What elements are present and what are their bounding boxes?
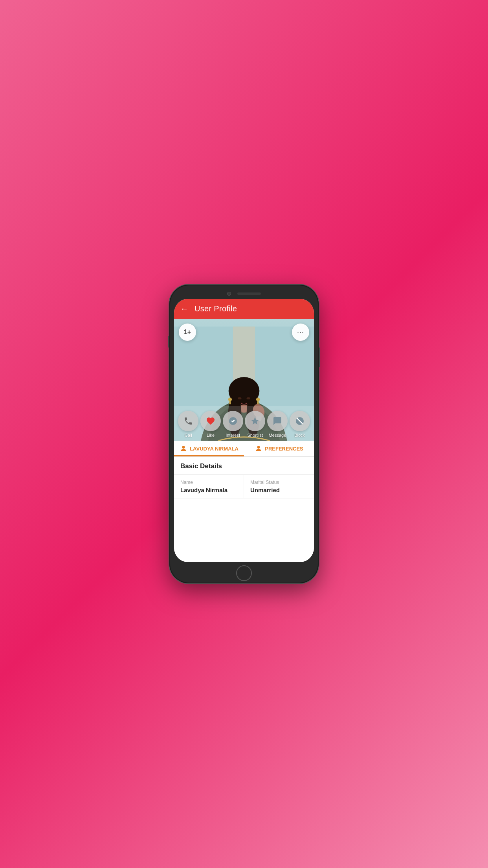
speaker <box>237 292 261 295</box>
name-cell: Name Lavudya Nirmala <box>174 475 244 498</box>
message-label: Message <box>269 433 286 438</box>
message-circle <box>267 411 288 431</box>
svg-point-9 <box>238 397 241 399</box>
svg-point-22 <box>257 446 260 449</box>
more-options-button[interactable]: ··· <box>292 324 309 341</box>
phone-frame: ← User Profile <box>169 285 319 583</box>
preferences-tab-label: PREFERENCES <box>265 446 303 452</box>
shortlist-icon <box>250 416 260 426</box>
name-value: Lavudya Nirmala <box>180 487 237 493</box>
like-circle <box>200 411 221 431</box>
tab-bar: LAVUDYA NIRMALA PREFERENCES <box>174 441 314 457</box>
section-title: Basic Details <box>180 462 308 470</box>
marital-status-label: Marital Status <box>250 480 308 485</box>
interest-label: Interest <box>226 433 240 438</box>
back-button[interactable]: ← <box>180 304 188 313</box>
call-label: Call <box>185 433 192 438</box>
profile-tab-label: LAVUDYA NIRMALA <box>190 446 238 452</box>
block-icon <box>295 416 305 426</box>
message-action[interactable]: Message <box>267 411 288 438</box>
block-label: Block <box>294 433 305 438</box>
basic-details-section: Basic Details <box>174 457 314 474</box>
svg-point-10 <box>247 397 250 399</box>
preferences-tab-icon <box>255 445 262 452</box>
photo-container: 1+ ··· Call <box>174 319 314 441</box>
power-button <box>319 348 320 367</box>
svg-rect-12 <box>229 401 231 404</box>
marital-status-value: Unmarried <box>250 487 308 493</box>
block-action[interactable]: Block <box>290 411 310 438</box>
profile-tab-icon <box>180 445 187 452</box>
action-bar: Call Like <box>174 406 314 441</box>
shortlist-circle <box>245 411 265 431</box>
interest-action[interactable]: Interest <box>223 411 243 438</box>
like-action[interactable]: Like <box>200 411 221 438</box>
call-action[interactable]: Call <box>178 411 198 438</box>
like-icon <box>206 416 215 426</box>
like-label: Like <box>207 433 215 438</box>
photo-count-badge[interactable]: 1+ <box>179 324 196 341</box>
page-title: User Profile <box>194 304 237 313</box>
marital-status-cell: Marital Status Unmarried <box>244 475 314 498</box>
interest-circle <box>223 411 243 431</box>
details-grid: Name Lavudya Nirmala Marital Status Unma… <box>174 474 314 498</box>
svg-point-21 <box>182 446 185 449</box>
shortlist-label: Shortlist <box>247 433 263 438</box>
phone-screen: ← User Profile <box>174 299 314 562</box>
call-circle <box>178 411 198 431</box>
interest-icon <box>228 416 238 426</box>
tab-preferences[interactable]: PREFERENCES <box>244 441 314 456</box>
message-icon <box>273 416 282 426</box>
shortlist-action[interactable]: Shortlist <box>245 411 265 438</box>
camera <box>227 292 231 296</box>
name-label: Name <box>180 480 237 485</box>
tab-profile[interactable]: LAVUDYA NIRMALA <box>174 441 244 456</box>
home-button[interactable] <box>236 565 252 581</box>
call-icon <box>183 416 193 426</box>
content-area: Basic Details Name Lavudya Nirmala Marit… <box>174 457 314 562</box>
app-header: ← User Profile <box>174 299 314 319</box>
volume-button <box>168 336 169 348</box>
phone-top-bar <box>174 289 314 299</box>
svg-point-11 <box>228 397 232 401</box>
svg-rect-14 <box>257 401 259 404</box>
block-circle <box>290 411 310 431</box>
svg-rect-1 <box>233 327 255 382</box>
phone-bottom <box>174 562 314 585</box>
svg-point-13 <box>256 397 260 401</box>
